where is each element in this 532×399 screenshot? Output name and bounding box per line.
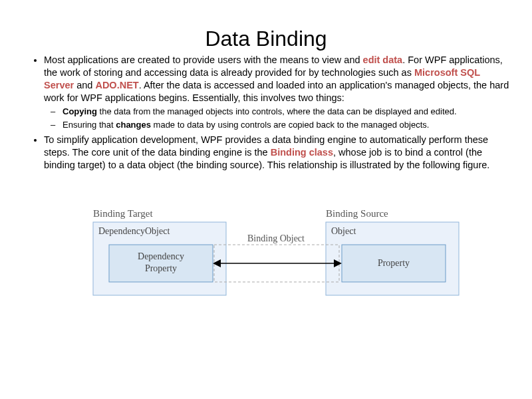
label-property: Property — [378, 258, 410, 268]
emphasis-changes: changes — [116, 120, 151, 130]
text: made to data by using controls are copie… — [151, 120, 429, 130]
emphasis-ado-net: ADO.NET — [95, 80, 138, 90]
text: and — [74, 80, 95, 90]
binding-diagram: Binding Target DependencyObject Dependen… — [20, 205, 512, 311]
bullet-2: To simplify application development, WPF… — [44, 134, 512, 172]
text: the data from the managed objects into c… — [97, 106, 457, 116]
label-dependency-property-1: Dependency — [138, 251, 184, 261]
label-binding-source: Binding Source — [326, 208, 388, 219]
sub-bullet-2: Ensuring that changes made to data by us… — [63, 120, 512, 131]
page-title: Data Binding — [20, 27, 512, 51]
bullet-1: Most applications are created to provide… — [44, 54, 512, 131]
text: Ensuring that — [63, 120, 116, 130]
sub-bullet-list: Copying the data from the managed object… — [44, 106, 512, 131]
emphasis-edit-data: edit data — [363, 55, 403, 65]
label-binding-object: Binding Object — [247, 233, 305, 243]
diagram-svg: Binding Target DependencyObject Dependen… — [60, 205, 472, 311]
label-dependency-property-2: Property — [145, 263, 177, 273]
bullet-list: Most applications are created to provide… — [20, 54, 512, 172]
label-object: Object — [331, 226, 356, 236]
emphasis-binding-class: Binding class — [271, 147, 333, 158]
label-dependency-object: DependencyObject — [98, 226, 170, 236]
sub-bullet-1: Copying the data from the managed object… — [63, 106, 512, 118]
emphasis-copying: Copying — [63, 106, 97, 116]
label-binding-target: Binding Target — [93, 208, 153, 219]
text: Most applications are created to provide… — [44, 55, 363, 65]
